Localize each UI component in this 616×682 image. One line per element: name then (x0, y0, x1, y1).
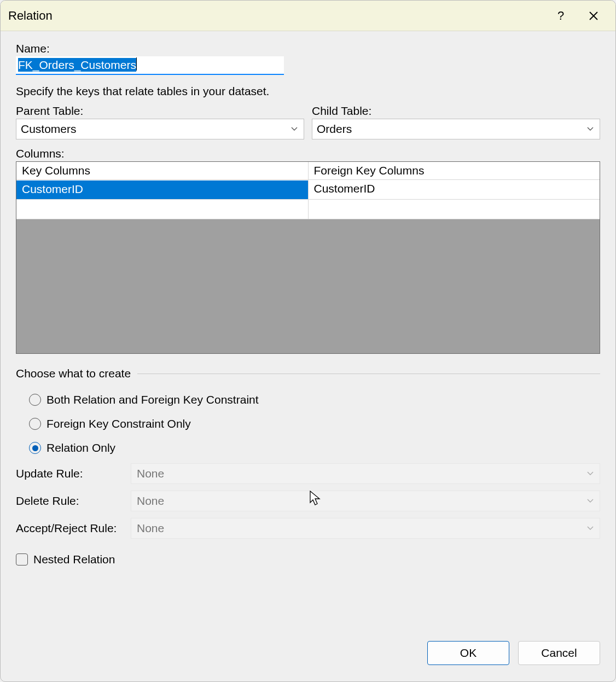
tables-row: Parent Table: Customers Child Table: Ord… (16, 104, 600, 139)
rules-section: Update Rule: None Delete Rule: None Acce… (16, 463, 600, 545)
name-input-selection: FK_Orders_Customers (18, 58, 136, 72)
grid-header-fk[interactable]: Foreign Key Columns (309, 162, 600, 180)
parent-table-combo[interactable]: Customers (16, 119, 304, 139)
radio-relation-only[interactable]: Relation Only (16, 436, 600, 460)
grid-header: Key Columns Foreign Key Columns (16, 162, 600, 180)
group-divider (137, 374, 600, 374)
dialog-buttons: OK Cancel (16, 630, 600, 671)
radio-label: Foreign Key Constraint Only (47, 417, 191, 430)
accept-rule-label: Accept/Reject Rule: (16, 522, 131, 535)
update-rule-combo: None (131, 463, 600, 484)
update-rule-value: None (137, 467, 164, 480)
columns-label: Columns: (16, 147, 600, 160)
nested-relation-label: Nested Relation (33, 553, 115, 566)
checkbox-icon (16, 553, 28, 566)
radio-icon (29, 418, 41, 430)
ok-button[interactable]: OK (427, 641, 509, 665)
titlebar: Relation ? (1, 1, 615, 31)
dialog-title: Relation (6, 9, 544, 23)
grid-cell-key[interactable] (16, 200, 309, 219)
radio-icon (29, 394, 41, 406)
name-input[interactable]: FK_Orders_Customers (16, 56, 284, 75)
radio-icon (29, 442, 41, 454)
cancel-button-label: Cancel (541, 646, 577, 660)
group-title: Choose what to create (16, 367, 131, 380)
delete-rule-label: Delete Rule: (16, 494, 131, 508)
grid-cell-fk[interactable] (309, 200, 600, 219)
grid-cell-key[interactable]: CustomerID (16, 180, 309, 200)
parent-table-value: Customers (21, 123, 77, 136)
grid-cell-fk[interactable]: CustomerID (309, 180, 600, 200)
accept-rule-value: None (137, 522, 164, 535)
columns-grid[interactable]: Key Columns Foreign Key Columns Customer… (16, 161, 600, 354)
help-icon: ? (557, 9, 564, 23)
grid-header-key[interactable]: Key Columns (16, 162, 309, 180)
chevron-down-icon (290, 125, 298, 133)
text-caret (136, 57, 137, 71)
chevron-down-icon (586, 524, 594, 532)
parent-table-label: Parent Table: (16, 104, 304, 118)
radio-both[interactable]: Both Relation and Foreign Key Constraint (16, 388, 600, 412)
delete-rule-value: None (137, 494, 164, 508)
chevron-down-icon (586, 125, 594, 133)
table-row[interactable]: CustomerID CustomerID (16, 180, 600, 200)
table-row[interactable] (16, 200, 600, 219)
radio-fk-only[interactable]: Foreign Key Constraint Only (16, 412, 600, 436)
name-label: Name: (16, 42, 600, 55)
relation-dialog: Relation ? Name: FK_Orders_Customers Spe… (0, 0, 616, 682)
close-button[interactable] (577, 5, 610, 27)
update-rule-label: Update Rule: (16, 467, 131, 480)
instruction-text: Specify the keys that relate tables in y… (16, 85, 600, 98)
cancel-button[interactable]: Cancel (518, 641, 600, 665)
create-group: Choose what to create Both Relation and … (16, 367, 600, 460)
grid-body: CustomerID CustomerID (16, 180, 600, 219)
close-icon (589, 11, 598, 21)
chevron-down-icon (586, 470, 594, 477)
nested-relation-check[interactable]: Nested Relation (16, 547, 600, 572)
child-table-label: Child Table: (312, 104, 600, 118)
accept-rule-combo: None (131, 518, 600, 539)
help-button[interactable]: ? (544, 5, 577, 27)
chevron-down-icon (586, 497, 594, 505)
child-table-value: Orders (317, 123, 352, 136)
dialog-content: Name: FK_Orders_Customers Specify the ke… (1, 31, 615, 681)
group-header: Choose what to create (16, 367, 600, 380)
delete-rule-combo: None (131, 491, 600, 511)
child-table-combo[interactable]: Orders (312, 119, 600, 139)
ok-button-label: OK (460, 646, 476, 660)
radio-label: Relation Only (47, 441, 115, 454)
radio-label: Both Relation and Foreign Key Constraint (47, 393, 259, 406)
